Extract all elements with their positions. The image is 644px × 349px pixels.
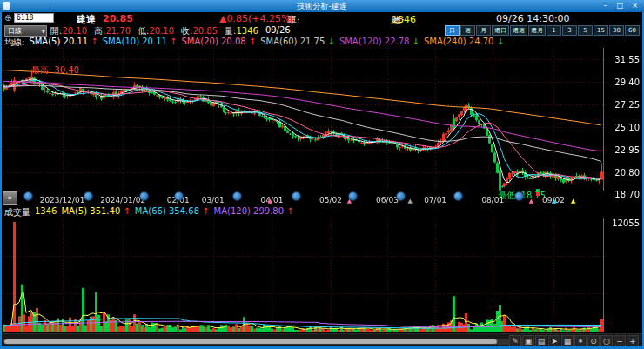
circle-icon[interactable]: ○ [600, 335, 613, 346]
axis-marker-icon: ▲ [552, 198, 556, 205]
period-button-日[interactable]: 日 [445, 25, 460, 36]
period-button-30[interactable]: 30 [609, 25, 624, 36]
sma-item-5: SMA(240) 24.70 ↓ [424, 37, 504, 49]
volume-legend: 成交量 1346 MA(5) 351.40 ↑MA(66) 354.68 ↑MA… [4, 206, 294, 218]
period-button-1[interactable]: 1 [547, 25, 561, 36]
zoom-out-icon[interactable]: − [614, 335, 626, 346]
date-tick-label: 03/01 [202, 196, 225, 205]
sma-item-text: SMA(5) 20.11 [29, 37, 88, 46]
period-button-還月[interactable]: 還月 [528, 25, 546, 36]
up-arrow-icon: ↑ [199, 206, 210, 216]
quote-datetime: 09/26 14:30:00 [496, 13, 570, 24]
close-button[interactable]: × [629, 1, 641, 10]
up-arrow-icon: ↑ [88, 37, 98, 46]
volume-ma-item-1: MA(66) 354.68 ↑ [135, 206, 210, 218]
period-button-月[interactable]: 月 [476, 25, 491, 36]
ohlc-field-3: 收:20.85 [181, 25, 218, 37]
ohlc-field-2: 低:20.10 [138, 25, 174, 37]
bottom-bar: ✎▣▤➤▦✶⊙○−+ [2, 333, 642, 346]
save-icon[interactable]: ▣ [522, 335, 534, 346]
crosshair-icon[interactable]: ⊙ [587, 335, 600, 346]
ohlc-field-5: 09/26 [265, 25, 291, 37]
grid-chart-icon[interactable]: ▦ [561, 335, 574, 346]
sma-item-text: SMA(10) 20.11 [103, 37, 167, 46]
price-axis-label: 31.55 [605, 55, 640, 64]
restore-button[interactable]: □ [614, 1, 626, 10]
quote-bar: ⊕ 建達 20.85 ▲0.85(+4.25%) 單:4 總:1346 09/2… [2, 12, 642, 24]
axis-marker-icon: ▲ [571, 198, 575, 205]
ohlc-field-0: 開:20.10 [50, 25, 87, 37]
period-button-5[interactable]: 5 [578, 25, 593, 36]
annotate-icon[interactable]: ✎ [509, 335, 521, 346]
volume-ma-item-2: MA(120) 299.80 ↑ [214, 206, 294, 218]
period-button-15[interactable]: 15 [594, 25, 608, 36]
month-event-icon[interactable] [174, 191, 184, 201]
minimize-button[interactable]: – [600, 1, 611, 10]
volume-ma-item-0: MA(5) 351.40 ↑ [61, 206, 130, 218]
ohlc-field-value: 20.10 [62, 26, 87, 36]
period-dropdown[interactable]: 日線 ▼ [4, 25, 47, 37]
candlestick-chart[interactable] [2, 48, 606, 191]
window-title: 技術分析-建達 [0, 1, 644, 12]
volume-value: 1346 [35, 206, 57, 218]
stock-lookup-icon[interactable]: ⊕ [4, 13, 11, 23]
print-icon[interactable]: ▤ [535, 335, 547, 346]
last-price: 20.85 [103, 13, 133, 24]
down-arrow-icon: ↓ [493, 37, 504, 46]
pointer-star-icon[interactable]: ✶ [574, 335, 587, 346]
cursor-icon[interactable]: ➤ [548, 335, 560, 346]
chart-tools: ✎▣▤➤▦✶⊙○−+ [509, 335, 639, 346]
sma-item-0: SMA(5) 20.11 ↑ [29, 37, 97, 49]
zoom-in-icon[interactable]: + [627, 335, 639, 346]
sma-item-text: SMA(20) 20.08 [181, 37, 245, 46]
month-event-icon[interactable] [396, 191, 406, 201]
month-event-icon[interactable] [23, 191, 33, 201]
period-button-週[interactable]: 週 [460, 25, 475, 36]
month-event-icon[interactable] [514, 191, 524, 201]
ohlc-field-value: 1346 [236, 26, 258, 36]
ohlc-field-label: 低: [138, 26, 149, 36]
month-event-icon[interactable] [84, 191, 93, 201]
up-arrow-icon: ↑ [246, 37, 257, 46]
month-event-icon[interactable] [139, 191, 149, 201]
expand-axis-button[interactable]: » [3, 191, 17, 205]
period-button-還日[interactable]: 還日 [492, 25, 509, 36]
price-axis-label: 29.40 [605, 77, 640, 87]
volume-ma-item-text: MA(66) 354.68 [135, 206, 199, 216]
axis-marker-icon: ▲ [347, 198, 352, 205]
sma-legend: 均線: SMA(5) 20.11 ↑SMA(10) 20.11 ↑SMA(20)… [4, 37, 504, 49]
horizontal-scrollbar[interactable] [3, 339, 524, 345]
stock-code-input[interactable] [14, 13, 54, 23]
month-event-icon[interactable] [453, 191, 463, 201]
price-axis-label: 20.80 [605, 168, 640, 178]
volume-ma-item-text: MA(5) 351.40 [61, 206, 120, 216]
price-change: ▲0.85(+4.25%) [219, 13, 294, 24]
period-button-3[interactable]: 3 [562, 25, 577, 36]
ohlc-field-value: 21.70 [105, 26, 131, 36]
ohlc-field-label: 收: [181, 26, 192, 36]
scrollbar-thumb[interactable] [4, 339, 497, 344]
period-button-還週[interactable]: 還週 [510, 25, 527, 36]
volume-chart[interactable] [2, 218, 606, 332]
date-tick-label: 05/02 [319, 196, 342, 205]
ohlc-field-1: 高:21.70 [94, 25, 131, 37]
ohlc-field-label: 量: [225, 26, 236, 36]
axis-marker-icon: ▲ [268, 198, 272, 205]
sma-item-4: SMA(120) 22.78 ↓ [339, 37, 419, 49]
sma-item-3: SMA(60) 21.75 ↓ [260, 37, 335, 49]
chart-toolbar: 日線 ▼ 開:20.10高:21.70低:20.10收:20.85量:13460… [2, 24, 642, 37]
period-buttons: 日週月還日還週還月135153060 [445, 25, 640, 36]
sma-item-text: SMA(60) 21.75 [260, 37, 325, 46]
month-event-icon[interactable] [232, 191, 242, 201]
title-bar[interactable]: 技術分析-建達 – □ × [0, 0, 644, 12]
ohlc-field-value: 09/26 [265, 25, 291, 35]
sma-item-text: SMA(120) 22.78 [339, 37, 410, 46]
axis-marker-icon: ▲ [407, 198, 412, 205]
month-event-icon[interactable] [292, 191, 301, 201]
date-tick-label: 2023/12/01 [40, 196, 85, 205]
technical-analysis-window: 技術分析-建達 – □ × ⊕ 建達 20.85 ▲0.85(+4.25%) 單… [0, 0, 644, 349]
price-axis-label: 27.25 [605, 100, 640, 110]
volume-axis-label: 12055 [605, 218, 640, 228]
period-button-60[interactable]: 60 [625, 25, 640, 36]
sma-item-text: SMA(240) 24.70 [424, 37, 494, 46]
